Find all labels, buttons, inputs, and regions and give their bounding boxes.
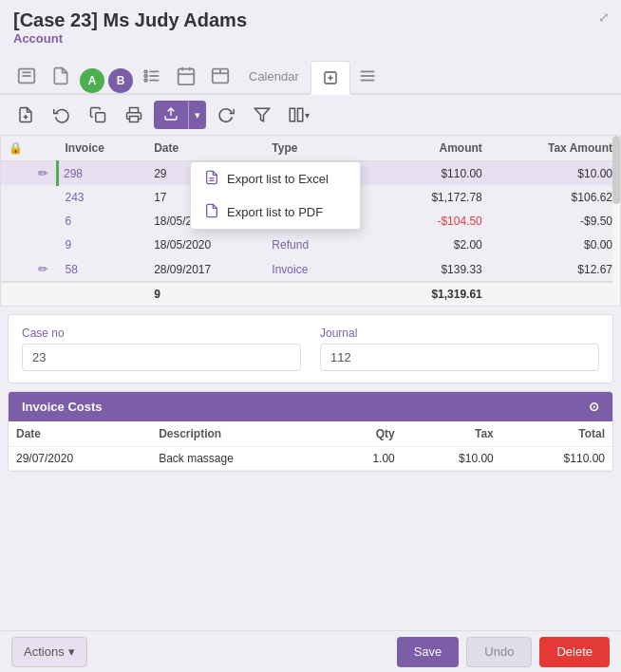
- export-dropdown-arrow[interactable]: ▾: [188, 101, 206, 129]
- row-lock: [1, 210, 30, 233]
- row-edit[interactable]: ✏: [30, 257, 58, 283]
- scroll-thumb[interactable]: [612, 136, 620, 204]
- table-row[interactable]: 9 18/05/2020 Refund $2.00 $0.00: [1, 233, 620, 257]
- row-amount: $139.33: [383, 257, 490, 283]
- row-invoice[interactable]: 58: [58, 257, 147, 283]
- col-total[interactable]: Total: [501, 421, 612, 447]
- columns-button[interactable]: ▾: [282, 101, 314, 129]
- tab-lines-icon[interactable]: [350, 59, 385, 93]
- costs-table: Date Description Qty Tax Total 29/07/202…: [9, 421, 612, 471]
- case-no-group: Case no: [22, 327, 301, 371]
- copy-button[interactable]: [82, 101, 114, 129]
- pdf-icon: [204, 203, 219, 221]
- journal-input[interactable]: [320, 344, 599, 371]
- costs-header: Invoice Costs ⊙: [9, 392, 612, 421]
- svg-rect-24: [96, 113, 105, 122]
- row-invoice[interactable]: 243: [58, 186, 147, 210]
- tab-invoice[interactable]: [310, 61, 350, 95]
- row-invoice[interactable]: 298: [58, 161, 147, 186]
- export-pdf-label: Export list to PDF: [227, 205, 323, 219]
- bottom-bar: Actions ▾ Save Undo Delete: [0, 630, 621, 672]
- costs-title: Invoice Costs: [22, 400, 103, 414]
- header: [Case 23] Ms Judy Adams Account ⤢: [0, 0, 621, 49]
- export-excel-item[interactable]: Export list to Excel: [191, 162, 360, 196]
- col-date[interactable]: Date: [9, 421, 151, 447]
- lock-icon: 🔒: [9, 141, 23, 155]
- svg-rect-28: [290, 108, 294, 121]
- row-edit: [30, 233, 58, 257]
- toolbar: ▾ ▾: [0, 95, 621, 135]
- row-edit: [30, 186, 58, 210]
- col-lock: 🔒: [1, 136, 30, 161]
- row-amount: $110.00: [383, 161, 490, 186]
- export-excel-label: Export list to Excel: [227, 172, 329, 186]
- costs-row[interactable]: 29/07/2020 Back massage 1.00 $10.00 $110…: [9, 447, 612, 471]
- svg-point-3: [144, 70, 147, 73]
- col-type[interactable]: Type: [264, 136, 382, 161]
- undo-button[interactable]: [46, 101, 78, 129]
- form-row: Case no Journal: [22, 327, 599, 371]
- save-button[interactable]: Save: [397, 637, 460, 667]
- actions-button[interactable]: Actions ▾: [11, 637, 87, 667]
- footer-empty2: [264, 282, 382, 306]
- costs-total: $110.00: [501, 447, 612, 471]
- case-no-input[interactable]: [22, 344, 301, 371]
- col-qty[interactable]: Qty: [329, 421, 403, 447]
- tab-doc-icon[interactable]: [44, 59, 78, 93]
- tab-dollar-icon[interactable]: [203, 59, 237, 93]
- costs-collapse-icon[interactable]: ⊙: [589, 400, 599, 414]
- export-button[interactable]: ▾: [154, 101, 206, 129]
- footer-count: 9: [146, 282, 264, 306]
- col-invoice[interactable]: Invoice: [58, 136, 147, 161]
- form-section: Case no Journal: [8, 314, 613, 383]
- col-amount[interactable]: Amount: [383, 136, 490, 161]
- row-invoice[interactable]: 9: [58, 233, 147, 257]
- tab-list-icon[interactable]: [135, 59, 169, 93]
- row-tax: $0.00: [490, 233, 620, 257]
- journal-group: Journal: [320, 327, 599, 371]
- row-type[interactable]: Refund: [264, 233, 382, 257]
- row-invoice[interactable]: 6: [58, 210, 147, 233]
- col-edit: [30, 136, 58, 161]
- col-tax[interactable]: Tax: [403, 421, 501, 447]
- avatar-b[interactable]: B: [108, 68, 133, 93]
- undo-button[interactable]: Undo: [466, 637, 532, 667]
- row-tax: $106.62: [490, 186, 620, 210]
- refresh-button[interactable]: [210, 101, 242, 129]
- expand-icon[interactable]: ⤢: [598, 9, 610, 25]
- edit-icon[interactable]: ✏: [38, 166, 48, 180]
- filter-button[interactable]: [246, 101, 278, 129]
- export-pdf-item[interactable]: Export list to PDF: [191, 196, 360, 229]
- avatar-a[interactable]: A: [80, 68, 104, 93]
- row-lock: [1, 186, 30, 210]
- svg-rect-9: [179, 69, 195, 85]
- col-tax-amount[interactable]: Tax Amount: [490, 136, 620, 161]
- svg-rect-29: [297, 108, 302, 121]
- invoice-costs-section: Invoice Costs ⊙ Date Description Qty Tax…: [8, 391, 613, 472]
- new-button[interactable]: [9, 101, 42, 129]
- excel-icon: [204, 170, 219, 188]
- row-lock: [1, 257, 30, 283]
- svg-rect-25: [130, 117, 139, 122]
- row-amount: -$104.50: [383, 210, 490, 233]
- row-amount: $1,172.78: [383, 186, 490, 210]
- col-description[interactable]: Description: [151, 421, 329, 447]
- costs-description: Back massage: [151, 447, 329, 471]
- tab-profile-icon[interactable]: [9, 59, 44, 93]
- row-edit[interactable]: ✏: [30, 161, 58, 186]
- print-button[interactable]: [118, 101, 150, 129]
- tab-calendar-icon[interactable]: [169, 59, 203, 93]
- edit-icon[interactable]: ✏: [38, 262, 48, 276]
- journal-label: Journal: [320, 327, 599, 340]
- scroll-bar[interactable]: [612, 136, 620, 306]
- tab-calendar[interactable]: Calendar: [237, 59, 310, 93]
- table-footer-row: 9 $1,319.61: [1, 282, 620, 306]
- row-type[interactable]: Invoice: [264, 257, 382, 283]
- page-title: [Case 23] Ms Judy Adams: [13, 9, 608, 31]
- table-row[interactable]: ✏ 58 28/09/2017 Invoice $139.33 $12.67: [1, 257, 620, 283]
- actions-label: Actions: [24, 644, 65, 659]
- row-date: 18/05/2020: [146, 233, 264, 257]
- page-subtitle: Account: [13, 31, 608, 46]
- delete-button[interactable]: Delete: [539, 637, 610, 667]
- col-date[interactable]: Date: [146, 136, 264, 161]
